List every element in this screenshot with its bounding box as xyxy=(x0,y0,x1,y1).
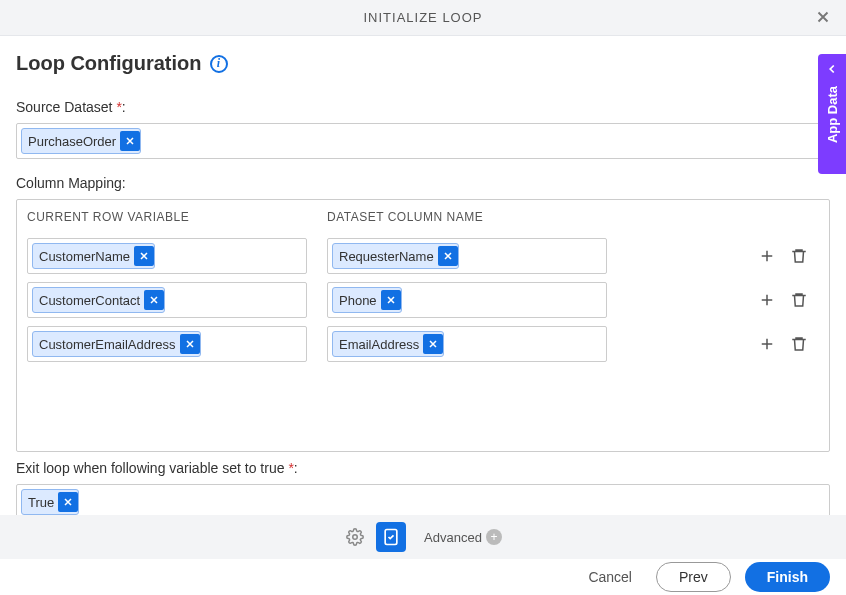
chip-remove-button[interactable] xyxy=(423,334,443,354)
mapping-row: CustomerContactPhone xyxy=(17,278,829,322)
chip-label: CustomerEmailAddress xyxy=(39,337,176,352)
dataset-cell[interactable]: RequesterName xyxy=(327,238,607,274)
section-title: Loop Configuration i xyxy=(16,52,830,75)
trash-icon xyxy=(790,335,808,353)
chip-label: EmailAddress xyxy=(339,337,419,352)
header-variable: CURRENT ROW VARIABLE xyxy=(27,210,327,224)
chip-label: PurchaseOrder xyxy=(28,134,116,149)
bottom-actions: Cancel Prev Finish xyxy=(0,559,846,595)
dialog-title: INITIALIZE LOOP xyxy=(363,10,482,25)
chip-remove-button[interactable] xyxy=(180,334,200,354)
chip-label: Phone xyxy=(339,293,377,308)
source-dataset-chip: PurchaseOrder xyxy=(21,128,141,154)
variable-chip: CustomerName xyxy=(32,243,155,269)
dataset-chip: Phone xyxy=(332,287,402,313)
dataset-chip: EmailAddress xyxy=(332,331,444,357)
x-icon xyxy=(62,496,74,508)
chip-remove-button[interactable] xyxy=(144,290,164,310)
exit-loop-label: Exit loop when following variable set to… xyxy=(16,460,298,476)
info-icon[interactable]: i xyxy=(210,55,228,73)
delete-row-button[interactable] xyxy=(789,290,809,310)
source-dataset-input[interactable]: PurchaseOrder xyxy=(16,123,830,159)
dataset-cell[interactable]: Phone xyxy=(327,282,607,318)
x-icon xyxy=(427,338,439,350)
mapping-row: CustomerEmailAddressEmailAddress xyxy=(17,322,829,366)
plus-icon xyxy=(758,291,776,309)
chip-remove-button[interactable] xyxy=(58,492,78,512)
close-button[interactable] xyxy=(814,8,834,28)
x-icon xyxy=(124,135,136,147)
side-tab-label: App Data xyxy=(825,86,840,143)
cancel-button[interactable]: Cancel xyxy=(578,563,642,591)
chip-remove-button[interactable] xyxy=(381,290,401,310)
settings-button[interactable] xyxy=(344,526,366,548)
close-icon xyxy=(814,8,832,26)
finish-button[interactable]: Finish xyxy=(745,562,830,592)
dataset-chip: RequesterName xyxy=(332,243,459,269)
x-icon xyxy=(442,250,454,262)
plus-icon xyxy=(758,247,776,265)
advanced-label: Advanced xyxy=(424,530,482,545)
x-icon xyxy=(148,294,160,306)
clipboard-check-icon xyxy=(381,527,401,547)
chip-label: True xyxy=(28,495,54,510)
add-row-button[interactable] xyxy=(757,334,777,354)
mapping-row: CustomerNameRequesterName xyxy=(17,234,829,278)
plus-circle-icon: + xyxy=(486,529,502,545)
plus-icon xyxy=(758,335,776,353)
dataset-cell[interactable]: EmailAddress xyxy=(327,326,607,362)
chip-label: RequesterName xyxy=(339,249,434,264)
source-dataset-label: Source Dataset *: xyxy=(16,99,126,115)
exit-loop-chip: True xyxy=(21,489,79,515)
add-row-button[interactable] xyxy=(757,246,777,266)
trash-icon xyxy=(790,247,808,265)
svg-point-0 xyxy=(353,535,358,540)
variable-chip: CustomerContact xyxy=(32,287,165,313)
advanced-toggle[interactable]: Advanced + xyxy=(424,529,502,545)
variable-cell[interactable]: CustomerContact xyxy=(27,282,307,318)
column-mapping-table: CURRENT ROW VARIABLE DATASET COLUMN NAME… xyxy=(16,199,830,452)
chip-remove-button[interactable] xyxy=(438,246,458,266)
chip-remove-button[interactable] xyxy=(120,131,140,151)
gear-icon xyxy=(346,528,364,546)
variable-cell[interactable]: CustomerEmailAddress xyxy=(27,326,307,362)
x-icon xyxy=(184,338,196,350)
chip-remove-button[interactable] xyxy=(134,246,154,266)
header-dataset: DATASET COLUMN NAME xyxy=(327,210,627,224)
variable-chip: CustomerEmailAddress xyxy=(32,331,201,357)
validation-button[interactable] xyxy=(376,522,406,552)
footer-toolbar: Advanced + xyxy=(0,515,846,559)
column-mapping-label: Column Mapping: xyxy=(16,175,830,191)
x-icon xyxy=(138,250,150,262)
delete-row-button[interactable] xyxy=(789,334,809,354)
prev-button[interactable]: Prev xyxy=(656,562,731,592)
variable-cell[interactable]: CustomerName xyxy=(27,238,307,274)
x-icon xyxy=(385,294,397,306)
delete-row-button[interactable] xyxy=(789,246,809,266)
trash-icon xyxy=(790,291,808,309)
chevron-left-icon xyxy=(825,62,839,76)
section-title-text: Loop Configuration xyxy=(16,52,202,75)
app-data-tab[interactable]: App Data xyxy=(818,54,846,174)
chip-label: CustomerContact xyxy=(39,293,140,308)
add-row-button[interactable] xyxy=(757,290,777,310)
chip-label: CustomerName xyxy=(39,249,130,264)
dialog-header: INITIALIZE LOOP xyxy=(0,0,846,36)
